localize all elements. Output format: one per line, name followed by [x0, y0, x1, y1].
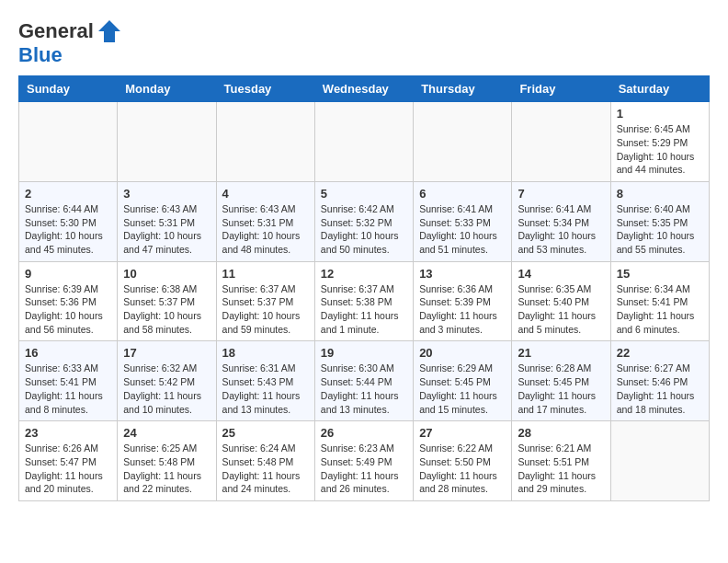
weekday-header-wednesday: Wednesday — [314, 76, 413, 102]
calendar-cell: 12Sunrise: 6:37 AM Sunset: 5:38 PM Dayli… — [314, 261, 413, 341]
day-info: Sunrise: 6:21 AM Sunset: 5:51 PM Dayligh… — [518, 442, 604, 496]
day-number: 6 — [419, 187, 506, 201]
day-number: 18 — [222, 346, 309, 360]
calendar-cell: 24Sunrise: 6:25 AM Sunset: 5:48 PM Dayli… — [118, 421, 216, 501]
day-info: Sunrise: 6:35 AM Sunset: 5:40 PM Dayligh… — [518, 282, 604, 337]
calendar-cell — [512, 102, 610, 182]
day-info: Sunrise: 6:22 AM Sunset: 5:50 PM Dayligh… — [419, 442, 506, 496]
day-number: 17 — [123, 346, 210, 360]
calendar-cell — [19, 102, 118, 182]
day-number: 15 — [617, 267, 703, 281]
calendar-cell: 19Sunrise: 6:30 AM Sunset: 5:44 PM Dayli… — [314, 341, 413, 421]
day-info: Sunrise: 6:33 AM Sunset: 5:41 PM Dayligh… — [25, 362, 111, 416]
day-info: Sunrise: 6:26 AM Sunset: 5:47 PM Dayligh… — [25, 442, 111, 496]
day-info: Sunrise: 6:45 AM Sunset: 5:29 PM Dayligh… — [617, 122, 703, 177]
day-number: 2 — [25, 187, 111, 201]
weekday-header-thursday: Thursday — [414, 76, 512, 102]
day-number: 27 — [419, 426, 506, 440]
calendar-cell — [610, 421, 709, 501]
calendar-cell: 1Sunrise: 6:45 AM Sunset: 5:29 PM Daylig… — [610, 102, 709, 182]
day-number: 11 — [222, 267, 309, 281]
logo: General Blue — [18, 18, 122, 66]
day-info: Sunrise: 6:36 AM Sunset: 5:39 PM Dayligh… — [419, 282, 506, 337]
calendar-cell: 6Sunrise: 6:41 AM Sunset: 5:33 PM Daylig… — [414, 181, 512, 261]
day-number: 19 — [321, 346, 407, 360]
logo-general-text: General — [18, 20, 94, 42]
calendar-cell: 15Sunrise: 6:34 AM Sunset: 5:41 PM Dayli… — [610, 261, 709, 341]
weekday-header-row: SundayMondayTuesdayWednesdayThursdayFrid… — [19, 76, 710, 102]
day-info: Sunrise: 6:42 AM Sunset: 5:32 PM Dayligh… — [321, 202, 407, 257]
day-number: 13 — [419, 267, 506, 281]
day-info: Sunrise: 6:43 AM Sunset: 5:31 PM Dayligh… — [123, 202, 210, 257]
calendar-cell: 13Sunrise: 6:36 AM Sunset: 5:39 PM Dayli… — [414, 261, 512, 341]
day-number: 8 — [617, 187, 703, 201]
calendar-cell: 2Sunrise: 6:44 AM Sunset: 5:30 PM Daylig… — [19, 181, 118, 261]
calendar-cell: 10Sunrise: 6:38 AM Sunset: 5:37 PM Dayli… — [118, 261, 216, 341]
calendar-cell: 22Sunrise: 6:27 AM Sunset: 5:46 PM Dayli… — [610, 341, 709, 421]
day-info: Sunrise: 6:44 AM Sunset: 5:30 PM Dayligh… — [25, 202, 111, 257]
day-info: Sunrise: 6:40 AM Sunset: 5:35 PM Dayligh… — [617, 202, 703, 257]
day-number: 21 — [518, 346, 604, 360]
day-number: 5 — [321, 187, 407, 201]
day-number: 16 — [25, 346, 111, 360]
calendar-cell: 7Sunrise: 6:41 AM Sunset: 5:34 PM Daylig… — [512, 181, 610, 261]
day-info: Sunrise: 6:41 AM Sunset: 5:34 PM Dayligh… — [518, 202, 604, 257]
day-number: 28 — [518, 426, 604, 440]
day-info: Sunrise: 6:30 AM Sunset: 5:44 PM Dayligh… — [321, 362, 407, 416]
day-number: 3 — [123, 187, 210, 201]
day-info: Sunrise: 6:37 AM Sunset: 5:38 PM Dayligh… — [321, 282, 407, 337]
calendar-cell: 25Sunrise: 6:24 AM Sunset: 5:48 PM Dayli… — [216, 421, 314, 501]
calendar-cell — [216, 102, 314, 182]
weekday-header-sunday: Sunday — [19, 76, 118, 102]
weekday-header-saturday: Saturday — [610, 76, 709, 102]
calendar-cell: 20Sunrise: 6:29 AM Sunset: 5:45 PM Dayli… — [414, 341, 512, 421]
logo-icon — [97, 18, 122, 44]
calendar-cell: 26Sunrise: 6:23 AM Sunset: 5:49 PM Dayli… — [314, 421, 413, 501]
calendar-cell: 14Sunrise: 6:35 AM Sunset: 5:40 PM Dayli… — [512, 261, 610, 341]
day-info: Sunrise: 6:43 AM Sunset: 5:31 PM Dayligh… — [222, 202, 309, 257]
calendar-cell: 18Sunrise: 6:31 AM Sunset: 5:43 PM Dayli… — [216, 341, 314, 421]
calendar-cell: 8Sunrise: 6:40 AM Sunset: 5:35 PM Daylig… — [610, 181, 709, 261]
day-info: Sunrise: 6:25 AM Sunset: 5:48 PM Dayligh… — [123, 442, 210, 496]
calendar-cell — [314, 102, 413, 182]
day-info: Sunrise: 6:31 AM Sunset: 5:43 PM Dayligh… — [222, 362, 309, 416]
day-number: 20 — [419, 346, 506, 360]
calendar-cell — [414, 102, 512, 182]
day-number: 14 — [518, 267, 604, 281]
day-number: 12 — [321, 267, 407, 281]
day-number: 24 — [123, 426, 210, 440]
day-number: 23 — [25, 426, 111, 440]
day-info: Sunrise: 6:37 AM Sunset: 5:37 PM Dayligh… — [222, 282, 309, 337]
day-number: 7 — [518, 187, 604, 201]
calendar-cell: 4Sunrise: 6:43 AM Sunset: 5:31 PM Daylig… — [216, 181, 314, 261]
day-info: Sunrise: 6:34 AM Sunset: 5:41 PM Dayligh… — [617, 282, 703, 337]
logo-blue-text: Blue — [18, 44, 122, 66]
svg-marker-0 — [98, 20, 120, 42]
day-info: Sunrise: 6:41 AM Sunset: 5:33 PM Dayligh… — [419, 202, 506, 257]
calendar-week-5: 23Sunrise: 6:26 AM Sunset: 5:47 PM Dayli… — [19, 421, 710, 501]
day-info: Sunrise: 6:24 AM Sunset: 5:48 PM Dayligh… — [222, 442, 309, 496]
calendar-cell: 5Sunrise: 6:42 AM Sunset: 5:32 PM Daylig… — [314, 181, 413, 261]
page-header: General Blue — [18, 18, 710, 66]
calendar-cell: 27Sunrise: 6:22 AM Sunset: 5:50 PM Dayli… — [414, 421, 512, 501]
weekday-header-friday: Friday — [512, 76, 610, 102]
calendar-cell: 17Sunrise: 6:32 AM Sunset: 5:42 PM Dayli… — [118, 341, 216, 421]
day-info: Sunrise: 6:28 AM Sunset: 5:45 PM Dayligh… — [518, 362, 604, 416]
day-number: 26 — [321, 426, 407, 440]
calendar-week-2: 2Sunrise: 6:44 AM Sunset: 5:30 PM Daylig… — [19, 181, 710, 261]
calendar-week-3: 9Sunrise: 6:39 AM Sunset: 5:36 PM Daylig… — [19, 261, 710, 341]
calendar-cell: 9Sunrise: 6:39 AM Sunset: 5:36 PM Daylig… — [19, 261, 118, 341]
day-info: Sunrise: 6:39 AM Sunset: 5:36 PM Dayligh… — [25, 282, 111, 337]
day-number: 1 — [617, 107, 703, 121]
day-number: 10 — [123, 267, 210, 281]
weekday-header-tuesday: Tuesday — [216, 76, 314, 102]
calendar-week-1: 1Sunrise: 6:45 AM Sunset: 5:29 PM Daylig… — [19, 102, 710, 182]
calendar-cell — [118, 102, 216, 182]
calendar-week-4: 16Sunrise: 6:33 AM Sunset: 5:41 PM Dayli… — [19, 341, 710, 421]
weekday-header-monday: Monday — [118, 76, 216, 102]
day-number: 9 — [25, 267, 111, 281]
calendar-cell: 16Sunrise: 6:33 AM Sunset: 5:41 PM Dayli… — [19, 341, 118, 421]
day-number: 4 — [222, 187, 309, 201]
day-number: 25 — [222, 426, 309, 440]
calendar-table: SundayMondayTuesdayWednesdayThursdayFrid… — [18, 75, 710, 501]
